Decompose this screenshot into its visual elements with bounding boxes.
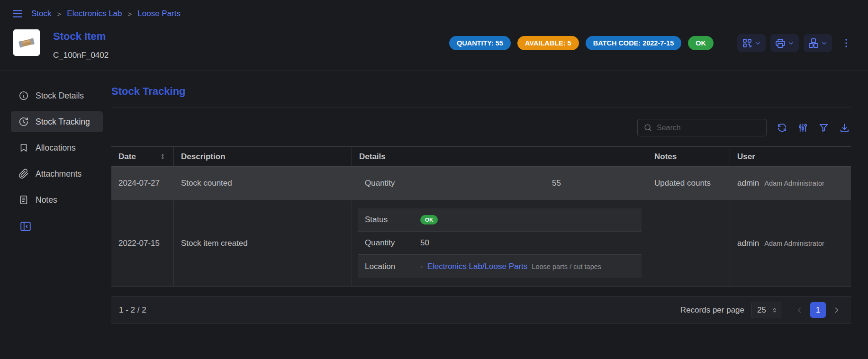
capacitor-image [16, 32, 37, 53]
stock-tracking-table: Date Description Details Notes User 2024… [111, 146, 851, 323]
detail-label: Location [358, 262, 420, 271]
cell-details: Status OK Quantity 50 Location - Electro… [352, 200, 647, 286]
subtable-row-status: Status OK [358, 208, 642, 232]
page-title: Stock Item [53, 30, 108, 43]
detail-label: Status [358, 215, 420, 224]
sidebar-item-label: Stock Tracking [36, 117, 90, 127]
sidebar-item-label: Notes [36, 195, 57, 205]
menu-icon[interactable] [11, 8, 24, 20]
breadcrumb: Stock > Electronics Lab > Loose Parts [31, 9, 181, 18]
filter-icon [818, 122, 829, 133]
download-icon [839, 122, 850, 133]
cell-user: admin Adam Administrator [730, 167, 851, 200]
subtable-row-quantity: Quantity 50 [358, 232, 642, 255]
breadcrumb-stock[interactable]: Stock [31, 9, 52, 18]
page-size-select[interactable]: 25 [751, 302, 781, 318]
chevron-down-icon [754, 40, 761, 47]
chevron-right-icon [832, 306, 841, 314]
records-per-page-label: Records per page [680, 305, 744, 315]
stock-item-thumbnail[interactable] [13, 29, 40, 56]
cell-user: admin Adam Administrator [730, 200, 851, 286]
cell-description: Stock item created [174, 200, 352, 286]
column-header-date[interactable]: Date [111, 147, 174, 166]
sidebar-item-stock-details[interactable]: Stock Details [11, 85, 103, 106]
stock-item-name: C_100nF_0402 [53, 51, 108, 60]
breadcrumb-electronics-lab[interactable]: Electronics Lab [67, 9, 122, 18]
topbar: Stock > Electronics Lab > Loose Parts [0, 0, 868, 23]
details-subtable: Status OK Quantity 50 Location - Electro… [358, 208, 642, 278]
page-1-button[interactable]: 1 [810, 302, 826, 318]
breadcrumb-loose-parts[interactable]: Loose Parts [137, 9, 181, 18]
printer-icon [775, 37, 786, 49]
username: admin [737, 179, 759, 188]
sidebar-collapse-button[interactable] [19, 220, 32, 233]
adjustments-icon [797, 122, 808, 133]
sidebar: Stock Details Stock Tracking Allocations… [0, 71, 104, 346]
bookmark-icon [18, 143, 29, 153]
sidebar-item-stock-tracking[interactable]: Stock Tracking [11, 111, 103, 132]
breadcrumb-separator: > [57, 10, 62, 18]
paperclip-icon [18, 169, 29, 179]
next-page-button[interactable] [830, 304, 843, 317]
cell-description: Stock counted [174, 167, 352, 200]
refresh-button[interactable] [777, 122, 787, 133]
packages-icon [808, 37, 819, 49]
search-box[interactable] [637, 119, 767, 136]
column-label: Details [359, 152, 386, 162]
main-panel: Stock Tracking [104, 71, 868, 346]
sidebar-collapse-icon [19, 220, 32, 233]
barcode-actions-button[interactable] [737, 34, 766, 52]
dots-vertical-icon [841, 37, 852, 49]
selector-icon [771, 307, 778, 314]
table-footer: 1 - 2 / 2 Records per page 25 1 [111, 296, 851, 323]
column-header-user[interactable]: User [730, 147, 851, 166]
table-row-stock-counted[interactable]: 2024-07-27 Stock counted Quantity 55 Upd… [111, 167, 851, 200]
record-range: 1 - 2 / 2 [119, 305, 146, 315]
search-input[interactable] [657, 124, 760, 132]
column-header-details[interactable]: Details [352, 147, 647, 166]
refresh-icon [777, 122, 787, 133]
sidebar-item-allocations[interactable]: Allocations [11, 137, 103, 158]
table-row-stock-item-created[interactable]: 2022-07-15 Stock item created Status OK … [111, 200, 851, 287]
sidebar-item-label: Attachments [36, 169, 81, 179]
pagination: 1 [793, 302, 843, 318]
page-header: Stock Item C_100nF_0402 QUANTITY: 55 AVA… [0, 23, 868, 60]
table-toolbar [111, 119, 850, 136]
detail-label: Quantity [358, 238, 420, 248]
column-header-notes[interactable]: Notes [647, 147, 730, 166]
sidebar-item-attachments[interactable]: Attachments [11, 163, 103, 184]
available-badge: AVAILABLE: 5 [517, 36, 579, 50]
more-options-button[interactable] [841, 37, 852, 49]
cell-details: Quantity 55 [352, 167, 647, 200]
barcode-qr-icon [741, 37, 753, 49]
quantity-badge: QUANTITY: 55 [449, 36, 511, 50]
stock-operations-button[interactable] [804, 34, 832, 52]
filter-button[interactable] [818, 122, 829, 133]
location-dash: - [420, 262, 423, 271]
cell-date: 2024-07-27 [111, 167, 174, 200]
sort-icon[interactable] [159, 153, 166, 160]
page-size-value: 25 [757, 305, 766, 315]
subtable-row-location: Location - Electronics Lab/Loose Parts L… [358, 255, 642, 278]
table-spacer [111, 287, 851, 296]
sidebar-item-label: Allocations [36, 143, 76, 153]
download-button[interactable] [839, 122, 850, 133]
status-ok-badge-small: OK [420, 215, 438, 224]
cell-notes [647, 200, 730, 286]
column-label: Notes [654, 152, 677, 162]
breadcrumb-separator: > [128, 10, 132, 18]
info-icon [18, 90, 29, 101]
chevron-down-icon [787, 40, 795, 47]
location-link[interactable]: Electronics Lab/Loose Parts [427, 262, 528, 271]
column-header-description[interactable]: Description [174, 147, 352, 166]
history-icon [18, 117, 29, 127]
previous-page-button[interactable] [793, 304, 806, 317]
location-annotation: Loose parts / cut tapes [532, 263, 601, 270]
batch-code-badge: BATCH CODE: 2022-7-15 [586, 36, 682, 50]
sidebar-item-notes[interactable]: Notes [11, 189, 103, 210]
user-fullname: Adam Administrator [764, 240, 824, 247]
table-options-button[interactable] [797, 122, 808, 133]
search-icon [643, 123, 652, 132]
printing-actions-button[interactable] [770, 34, 799, 52]
cell-notes: Updated counts [647, 167, 730, 200]
